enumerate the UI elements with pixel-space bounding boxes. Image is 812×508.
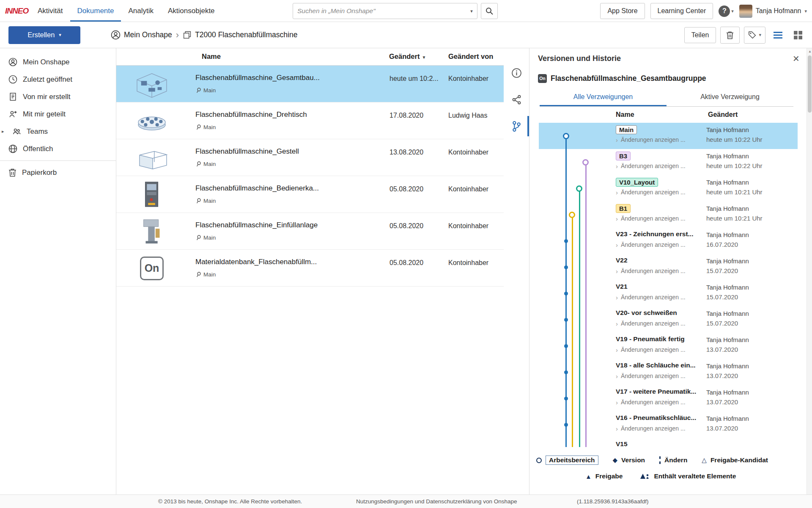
- show-changes-link[interactable]: ›Änderungen anzeigen ...: [616, 136, 686, 143]
- version-row-v20[interactable]: V20- vor schweißen ›Änderungen anzeigen …: [539, 306, 798, 333]
- sidebar-item-papierkorb[interactable]: Papierkorb: [0, 164, 116, 181]
- show-changes-link[interactable]: ›Änderungen anzeigen ...: [616, 320, 686, 327]
- show-changes-link[interactable]: ›Änderungen anzeigen ...: [616, 189, 686, 196]
- panel-scrollbar[interactable]: ▲: [807, 48, 812, 494]
- version-row-v17[interactable]: V17 - weitere Pneumatik... ›Änderungen a…: [539, 385, 798, 411]
- table-row-gesamtbaugruppe[interactable]: Flaschenabfüllmaschine_Gesamtbau... Main…: [116, 66, 504, 102]
- version-row-v16[interactable]: V16 - Pneumatikschläuc... ›Änderungen an…: [539, 411, 798, 438]
- list-view-button[interactable]: [770, 27, 786, 43]
- table-row-einfuellanlage[interactable]: Flaschenabfüllmaschine_Einfüllanlage Mai…: [116, 213, 504, 250]
- version-row-v18[interactable]: V18 - alle Schläuche ein... ›Änderungen …: [539, 359, 798, 385]
- sidebar-item-oeffentlich[interactable]: Öffentlich: [0, 140, 116, 157]
- nav-analytik[interactable]: Analytik: [121, 0, 161, 22]
- tab-alle-verzweigungen[interactable]: Alle Verzweigungen: [540, 88, 667, 106]
- workspace-tag: Main: [616, 125, 637, 134]
- show-changes-link[interactable]: ›Änderungen anzeigen ...: [616, 294, 686, 301]
- table-row-gestell[interactable]: Flaschenabfüllmaschine_Gestell Main 13.0…: [116, 139, 504, 176]
- content-area: Mein Onshape Zuletzt geöffnet Von mir er…: [0, 48, 812, 494]
- panel-column-name: Name: [616, 111, 634, 119]
- version-row-v10-layout[interactable]: V10_Layout ›Änderungen anzeigen ... Tanj…: [539, 175, 798, 202]
- version-name: V20- vor schweißen: [616, 309, 677, 317]
- search-box: ▾: [293, 3, 477, 19]
- legend-workspace: Arbeitsbereich: [536, 456, 598, 465]
- version-row-v15-clipped[interactable]: V15: [539, 438, 798, 447]
- person-circle-icon: [8, 58, 17, 66]
- show-changes-link[interactable]: ›Änderungen anzeigen ...: [616, 346, 686, 353]
- info-panel-button[interactable]: [504, 63, 529, 83]
- tab-aktive-verzweigung[interactable]: Aktive Verzweigung: [667, 88, 793, 106]
- sidebar-item-mit-mir-geteilt[interactable]: Mit mir geteilt: [0, 105, 116, 123]
- expand-chevron-icon[interactable]: ▸: [2, 129, 7, 134]
- panel-title: Versionen und Historie: [538, 54, 621, 63]
- sidebar-item-von-mir-erstellt[interactable]: Von mir erstellt: [0, 88, 116, 105]
- created-doc-icon: [8, 92, 17, 101]
- version-row-main[interactable]: Main ›Änderungen anzeigen ... Tanja Hofm…: [539, 123, 798, 149]
- share-button[interactable]: Teilen: [684, 27, 716, 43]
- list-view-icon: [774, 31, 782, 39]
- delete-button[interactable]: [720, 27, 740, 44]
- nav-aktivitaet[interactable]: Aktivität: [30, 0, 70, 22]
- tag-icon: [748, 31, 756, 39]
- close-icon[interactable]: ×: [793, 53, 799, 64]
- branch-label: Main: [203, 87, 216, 94]
- version-row-b1[interactable]: B1 ›Änderungen anzeigen ... Tanja Hofman…: [539, 202, 798, 228]
- search-input[interactable]: [293, 7, 466, 15]
- branch-indicator: Main: [196, 271, 216, 278]
- version-row-v22[interactable]: V22 ›Änderungen anzeigen ... Tanja Hofma…: [539, 254, 798, 280]
- nav-dokumente[interactable]: Dokumente: [70, 0, 121, 22]
- version-author: Tanja Hofmann: [706, 310, 749, 317]
- help-icon: ?: [719, 6, 730, 17]
- label-button[interactable]: ▾: [744, 27, 765, 44]
- breadcrumb-document[interactable]: T2000 Flaschenabfüllmaschine: [183, 30, 297, 39]
- inneo-logo[interactable]: INNEO: [5, 6, 30, 16]
- show-changes-link[interactable]: ›Änderungen anzeigen ...: [616, 268, 686, 274]
- search-scope-caret-icon[interactable]: ▾: [466, 8, 477, 14]
- create-button[interactable]: Erstellen ▾: [8, 26, 80, 44]
- terms-link[interactable]: Nutzungsbedingungen und Datenschutzerklä…: [356, 498, 517, 505]
- table-row-drehtisch[interactable]: Flaschenabfüllmaschine_Drehtisch Main 17…: [116, 102, 504, 139]
- label-caret-icon: ▾: [759, 32, 761, 38]
- info-icon: [511, 68, 522, 78]
- version-name: V10_Layout: [616, 178, 658, 187]
- column-header-name[interactable]: Name: [202, 52, 221, 61]
- search-icon: [485, 7, 494, 15]
- document-name: Flaschenabfüllmaschine_Drehtisch: [195, 110, 307, 119]
- nav-aktionsobjekte[interactable]: Aktionsobjekte: [161, 0, 222, 22]
- app-store-button[interactable]: App Store: [600, 3, 645, 19]
- version-node-icon: [564, 239, 568, 243]
- learning-center-button[interactable]: Learning Center: [650, 3, 713, 19]
- show-changes-link[interactable]: ›Änderungen anzeigen ...: [616, 241, 686, 248]
- scrollbar-up-arrow-icon[interactable]: ▲: [808, 50, 812, 53]
- grid-view-button[interactable]: [790, 27, 806, 43]
- person-circle-icon: [111, 30, 121, 40]
- sidebar-item-mein-onshape[interactable]: Mein Onshape: [0, 53, 116, 71]
- show-changes-link[interactable]: ›Änderungen anzeigen ...: [616, 425, 686, 432]
- chevron-right-icon: ›: [616, 373, 618, 379]
- show-changes-link[interactable]: ›Änderungen anzeigen ...: [616, 215, 686, 222]
- versions-history-panel-button[interactable]: [504, 116, 529, 136]
- version-row-b3[interactable]: B3 ›Änderungen anzeigen ... Tanja Hofman…: [539, 149, 798, 175]
- chevron-right-icon: ›: [616, 268, 618, 274]
- sidebar-item-label: Mein Onshape: [23, 58, 70, 66]
- scrollbar-thumb[interactable]: [808, 55, 812, 113]
- show-changes-link[interactable]: ›Änderungen anzeigen ...: [616, 399, 686, 406]
- version-name: V21: [616, 283, 628, 290]
- search-button[interactable]: [481, 3, 498, 19]
- version-row-v21[interactable]: V21 ›Änderungen anzeigen ... Tanja Hofma…: [539, 280, 798, 306]
- show-changes-link[interactable]: ›Änderungen anzeigen ...: [616, 163, 686, 169]
- share-panel-button[interactable]: [504, 89, 529, 110]
- help-menu[interactable]: ? ▾: [719, 6, 734, 17]
- breadcrumb-root[interactable]: Mein Onshape: [111, 30, 172, 40]
- table-row-bedienerkabinett[interactable]: Flaschenabfüllmaschine_Bedienerka... Mai…: [116, 176, 504, 213]
- user-menu[interactable]: Tanja Hofmann ▾: [739, 5, 807, 18]
- show-changes-link[interactable]: ›Änderungen anzeigen ...: [616, 373, 686, 379]
- version-row-v19[interactable]: V19 - Pneumatik fertig ›Änderungen anzei…: [539, 333, 798, 359]
- sidebar-item-zuletzt-geoeffnet[interactable]: Zuletzt geöffnet: [0, 71, 116, 88]
- column-header-modified[interactable]: Geändert▼: [389, 52, 426, 61]
- sidebar-item-teams[interactable]: ▸ Teams: [0, 123, 116, 140]
- column-header-modified-by[interactable]: Geändert von: [448, 52, 493, 61]
- modified-date: 17.08.2020: [390, 112, 423, 119]
- version-row-v23[interactable]: V23 - Zeichnungen erst... ›Änderungen an…: [539, 228, 798, 254]
- version-node-icon: [564, 370, 568, 374]
- table-row-materialdatenbank[interactable]: On Materialdatenbank_Flaschenabfüllm... …: [116, 250, 504, 287]
